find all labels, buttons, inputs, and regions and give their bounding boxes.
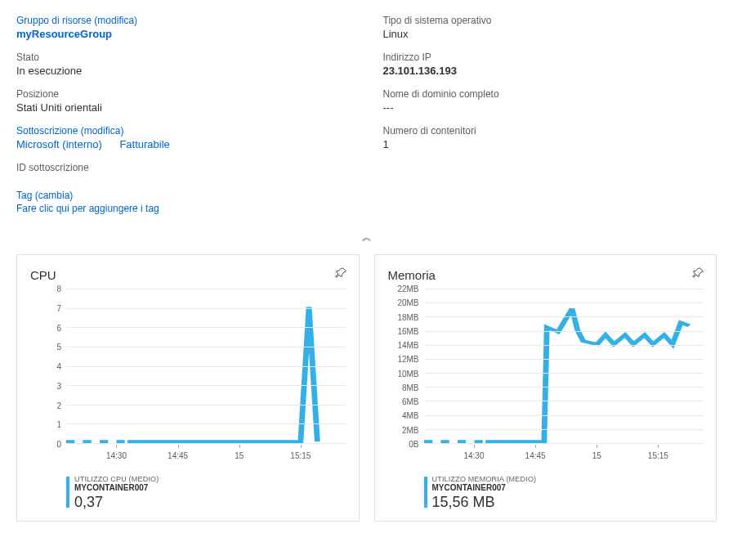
x-tick-label: 15 — [592, 451, 601, 460]
memory-card-title: Memoria — [388, 268, 704, 282]
cpu-metric-value: 0,37 — [74, 494, 159, 511]
y-tick-label: 12MB — [397, 355, 418, 364]
billable-link[interactable]: Fatturabile — [119, 138, 169, 150]
collapse-toggle[interactable]: ︽ — [16, 231, 717, 244]
cpu-card-title: CPU — [30, 268, 346, 282]
x-tick-label: 14:30 — [106, 451, 127, 460]
metric-color-bar — [66, 477, 69, 508]
memory-chart-card: Memoria 0B2MB4MB6MB8MB10MB12MB14MB16MB18… — [374, 254, 717, 522]
y-tick-label: 6MB — [402, 397, 419, 406]
status-label: Stato — [16, 52, 351, 63]
cpu-chart-card: CPU 012345678 14:3014:451515:15 UTILIZZO… — [16, 254, 360, 522]
cpu-chart[interactable]: 012345678 14:3014:451515:15 — [30, 289, 346, 468]
ip-label: Indirizzo IP — [383, 52, 717, 63]
y-tick-label: 20MB — [397, 298, 418, 307]
y-tick-label: 1 — [56, 420, 61, 429]
metric-color-bar — [424, 477, 427, 508]
tags-label[interactable]: Tag (cambia) — [16, 190, 351, 201]
memory-metric-name: MYCONTAINER007 — [432, 483, 537, 492]
pin-icon[interactable] — [690, 267, 704, 281]
y-tick-label: 4MB — [402, 411, 419, 420]
y-tick-label: 0B — [409, 440, 418, 449]
y-tick-label: 14MB — [397, 341, 418, 350]
chevron-up-double-icon: ︽ — [362, 231, 372, 243]
y-tick-label: 10MB — [397, 369, 418, 378]
tags-add-link[interactable]: Fare clic qui per aggiungere i tag — [16, 203, 351, 214]
x-tick-label: 15:15 — [648, 451, 668, 460]
memory-metric-value: 15,56 MB — [432, 494, 537, 511]
y-tick-label: 0 — [56, 440, 61, 449]
ip-value: 23.101.136.193 — [383, 65, 717, 77]
y-tick-label: 4 — [56, 362, 61, 371]
container-count-label: Numero di contenitori — [383, 125, 717, 137]
pin-icon[interactable] — [333, 267, 347, 281]
y-tick-label: 2 — [56, 401, 61, 410]
fqdn-label: Nome di dominio completo — [383, 88, 717, 100]
status-value: In esecuzione — [16, 65, 351, 77]
y-tick-label: 5 — [56, 343, 61, 352]
x-tick-label: 14:45 — [168, 451, 188, 460]
cpu-metric-label: UTILIZZO CPU (MEDIO) — [74, 475, 159, 483]
subscription-label[interactable]: Sottoscrizione (modifica) — [16, 125, 351, 137]
location-label: Posizione — [16, 88, 351, 100]
container-count-value: 1 — [383, 138, 717, 150]
y-tick-label: 22MB — [397, 284, 418, 293]
y-tick-label: 18MB — [397, 312, 418, 321]
os-type-value: Linux — [383, 28, 717, 40]
location-value: Stati Uniti orientali — [16, 101, 351, 114]
subscription-id-label: ID sottoscrizione — [16, 162, 351, 173]
y-tick-label: 16MB — [397, 326, 418, 335]
y-tick-label: 3 — [56, 381, 61, 390]
y-tick-label: 6 — [56, 323, 61, 332]
memory-metric-label: UTILIZZO MEMORIA (MEDIO) — [432, 475, 537, 483]
memory-chart[interactable]: 0B2MB4MB6MB8MB10MB12MB14MB16MB18MB20MB22… — [388, 289, 704, 468]
y-tick-label: 8MB — [402, 383, 419, 392]
fqdn-value: --- — [383, 101, 717, 114]
x-tick-label: 15:15 — [290, 451, 311, 460]
resource-group-link[interactable]: myResourceGroup — [16, 28, 351, 40]
y-tick-label: 7 — [56, 303, 61, 312]
subscription-link[interactable]: Microsoft (interno) — [16, 138, 102, 150]
cpu-metric-name: MYCONTAINER007 — [74, 483, 159, 492]
x-tick-label: 15 — [235, 451, 244, 460]
os-type-label: Tipo di sistema operativo — [383, 15, 717, 26]
y-tick-label: 8 — [56, 284, 61, 293]
y-tick-label: 2MB — [402, 425, 419, 434]
resource-group-label[interactable]: Gruppo di risorse (modifica) — [16, 15, 351, 26]
x-tick-label: 14:30 — [463, 451, 484, 460]
x-tick-label: 14:45 — [525, 451, 546, 460]
